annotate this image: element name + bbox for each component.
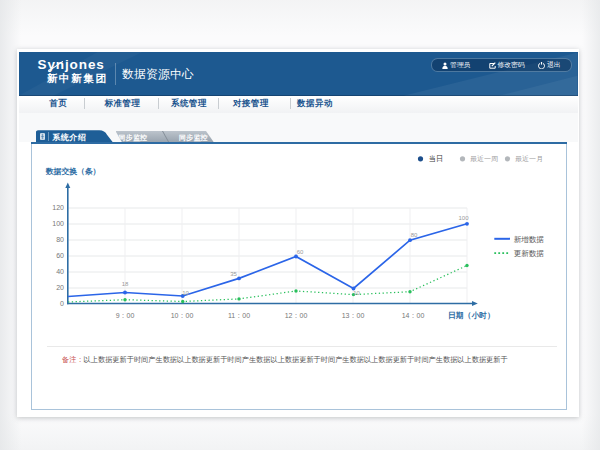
svg-text:最近一周: 最近一周 — [470, 155, 498, 162]
svg-text:当日: 当日 — [429, 154, 443, 163]
svg-text:18: 18 — [122, 281, 129, 287]
svg-text:20: 20 — [56, 284, 64, 291]
svg-text:40: 40 — [56, 268, 64, 275]
svg-text:35: 35 — [230, 271, 237, 277]
svg-text:10: 10 — [182, 290, 189, 296]
svg-text:100: 100 — [458, 215, 469, 221]
svg-text:备注：以上数据更新于时间产生数据以上数据更新于时间产生数据以: 备注：以上数据更新于时间产生数据以上数据更新于时间产生数据以上数据更新于时间产生… — [62, 355, 508, 364]
svg-text:120: 120 — [52, 204, 64, 211]
svg-text:日期（小时）: 日期（小时） — [448, 311, 495, 320]
svg-text:数据交换（条）: 数据交换（条） — [45, 167, 101, 176]
svg-text:13：00: 13：00 — [342, 312, 365, 319]
svg-text:100: 100 — [52, 220, 64, 227]
svg-text:14：00: 14：00 — [402, 312, 425, 319]
svg-text:10：00: 10：00 — [171, 312, 194, 319]
svg-text:更新数据: 更新数据 — [514, 249, 545, 258]
svg-text:0: 0 — [60, 300, 64, 307]
svg-text:11：00: 11：00 — [228, 312, 250, 319]
svg-text:60: 60 — [56, 252, 64, 259]
svg-text:9：00: 9：00 — [116, 312, 135, 319]
svg-text:最近一月: 最近一月 — [515, 155, 543, 163]
svg-text:80: 80 — [411, 232, 418, 238]
svg-text:12：00: 12：00 — [285, 312, 308, 319]
svg-text:80: 80 — [56, 236, 64, 243]
svg-text:10: 10 — [353, 290, 360, 296]
svg-text:新增数据: 新增数据 — [514, 235, 545, 244]
svg-text:60: 60 — [297, 249, 304, 255]
